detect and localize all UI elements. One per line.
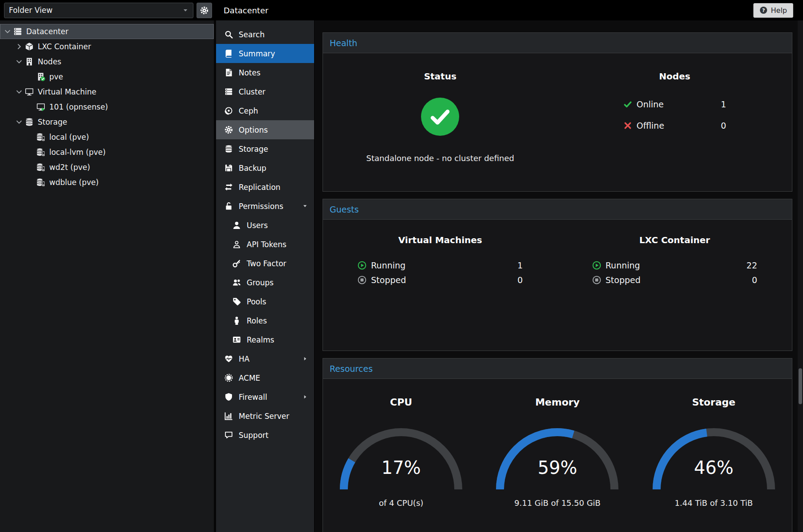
chevron-right-icon[interactable] <box>15 43 23 51</box>
menu-item-label: Users <box>247 221 268 230</box>
database-drive-icon <box>36 178 45 187</box>
chevron-down-icon[interactable] <box>15 58 23 66</box>
menu-item-notes[interactable]: Notes <box>216 63 314 82</box>
expander-spacer <box>27 103 35 111</box>
help-label: Help <box>771 6 787 15</box>
help-icon: ? <box>760 6 768 14</box>
storage-gauge-arc: 46% <box>647 420 780 495</box>
scrollbar-thumb[interactable] <box>799 368 802 404</box>
menu-item-backup[interactable]: Backup <box>216 158 314 177</box>
nodes-rows: Online 1 Offline 0 <box>623 99 726 130</box>
lxc-heading: LXC Container <box>558 235 792 245</box>
menu-item-realms[interactable]: Realms <box>216 330 314 349</box>
menu-item-groups[interactable]: Groups <box>216 273 314 292</box>
chevron-down-icon[interactable] <box>15 118 23 126</box>
menu-item-ha[interactable]: HA <box>216 349 314 368</box>
floppy-icon <box>224 164 233 172</box>
resources-panel-title: Resources <box>330 364 373 374</box>
menu-item-ceph[interactable]: Ceph <box>216 101 314 120</box>
menu-item-support[interactable]: Support <box>216 426 314 445</box>
vm-stopped-row: Stopped 0 <box>358 275 523 285</box>
menu-item-label: Summary <box>239 49 275 58</box>
menu-item-label: Backup <box>239 164 266 173</box>
tree-toolbar: Folder View <box>0 3 216 18</box>
cross-icon <box>623 121 632 130</box>
ceph-icon <box>224 106 233 115</box>
top-bar: Folder View Datacenter ? Help <box>0 0 803 20</box>
chevron-right-icon[interactable] <box>302 356 308 362</box>
comment-icon <box>224 431 233 439</box>
menu-item-users[interactable]: Users <box>216 216 314 235</box>
building-check-icon <box>36 72 45 81</box>
menu-item-api-tokens[interactable]: API Tokens <box>216 235 314 254</box>
menu-item-pools[interactable]: Pools <box>216 292 314 311</box>
menu-item-label: Realms <box>247 335 274 344</box>
tree-item-pve[interactable]: pve <box>0 69 214 84</box>
vertical-scrollbar[interactable] <box>798 20 803 532</box>
menu-item-label: Replication <box>239 183 280 192</box>
vm-running-label: Running <box>371 260 405 270</box>
tree-item-101-opnsense[interactable]: 101 (opnsense) <box>0 99 214 114</box>
menu-item-search[interactable]: Search <box>216 25 314 44</box>
menu-item-acme[interactable]: ACME <box>216 368 314 387</box>
play-circle-icon <box>592 261 601 270</box>
menu-item-permissions[interactable]: Permissions <box>216 197 314 216</box>
menu-item-firewall[interactable]: Firewall <box>216 387 314 406</box>
tree-item-label: local (pve) <box>49 133 89 142</box>
menu-item-summary[interactable]: Summary <box>216 44 314 63</box>
menu-item-cluster[interactable]: Cluster <box>216 82 314 101</box>
online-value: 1 <box>721 99 726 109</box>
vm-stopped-value: 0 <box>517 275 523 285</box>
storage-percent: 46% <box>647 457 780 478</box>
database-drive-icon <box>36 148 45 157</box>
offline-value: 0 <box>721 121 726 130</box>
stop-circle-icon <box>358 276 366 284</box>
offline-label: Offline <box>637 121 664 130</box>
cpu-caption: of 4 CPU(s) <box>323 498 479 508</box>
menu-item-label: API Tokens <box>247 240 287 249</box>
guests-panel-header: Guests <box>323 199 792 220</box>
menu-item-replication[interactable]: Replication <box>216 177 314 197</box>
users-icon <box>232 278 241 287</box>
database-icon <box>224 145 233 153</box>
menu-item-metric-server[interactable]: Metric Server <box>216 406 314 426</box>
menu-item-roles[interactable]: Roles <box>216 311 314 330</box>
tree-item-wdblue-pve[interactable]: wdblue (pve) <box>0 175 214 190</box>
expander-spacer <box>27 163 35 171</box>
tree-item-virtual-machine[interactable]: Virtual Machine <box>0 84 214 99</box>
chevron-right-icon[interactable] <box>302 394 308 400</box>
chevron-down-icon[interactable] <box>15 88 23 96</box>
cpu-heading: CPU <box>323 397 479 408</box>
status-message: Standalone node - no cluster defined <box>323 154 558 163</box>
resources-panel-header: Resources <box>323 359 792 379</box>
chevron-down-icon[interactable] <box>4 28 12 35</box>
acme-icon <box>224 374 233 382</box>
tree-item-wd2t-pve[interactable]: wd2t (pve) <box>0 160 214 175</box>
tag-icon <box>232 297 241 306</box>
help-button[interactable]: ? Help <box>753 3 793 18</box>
role-icon <box>232 316 241 325</box>
svg-text:?: ? <box>762 8 765 13</box>
menu-item-label: Search <box>239 30 264 39</box>
menu-item-storage[interactable]: Storage <box>216 139 314 158</box>
tree-item-label: Nodes <box>38 57 61 66</box>
tree-item-label: LXC Container <box>38 42 91 51</box>
unlock-icon <box>224 202 233 210</box>
datacenter-menu: SearchSummaryNotesClusterCephOptionsStor… <box>216 20 315 532</box>
tree-item-lxc-container[interactable]: LXC Container <box>0 39 214 54</box>
menu-item-options[interactable]: Options <box>216 120 314 139</box>
memory-gauge: Memory 59% 9.11 GiB of 15.50 GiB <box>479 397 635 508</box>
health-panel-header: Health <box>323 33 792 53</box>
tree-settings-button[interactable] <box>197 3 212 18</box>
menu-item-two-factor[interactable]: Two Factor <box>216 254 314 273</box>
tree-item-local-pve[interactable]: local (pve) <box>0 130 214 145</box>
tree-item-nodes[interactable]: Nodes <box>0 54 214 69</box>
tree-item-local-lvm-pve[interactable]: local-lvm (pve) <box>0 145 214 160</box>
health-status-column: Status Standalone node - no cluster defi… <box>323 71 558 163</box>
vm-stopped-label: Stopped <box>371 275 406 285</box>
guests-panel-title: Guests <box>330 205 359 214</box>
chevron-down-icon[interactable] <box>302 203 308 209</box>
tree-item-datacenter[interactable]: Datacenter <box>0 24 214 39</box>
tree-item-storage[interactable]: Storage <box>0 114 214 130</box>
folder-view-select[interactable]: Folder View <box>4 3 193 18</box>
